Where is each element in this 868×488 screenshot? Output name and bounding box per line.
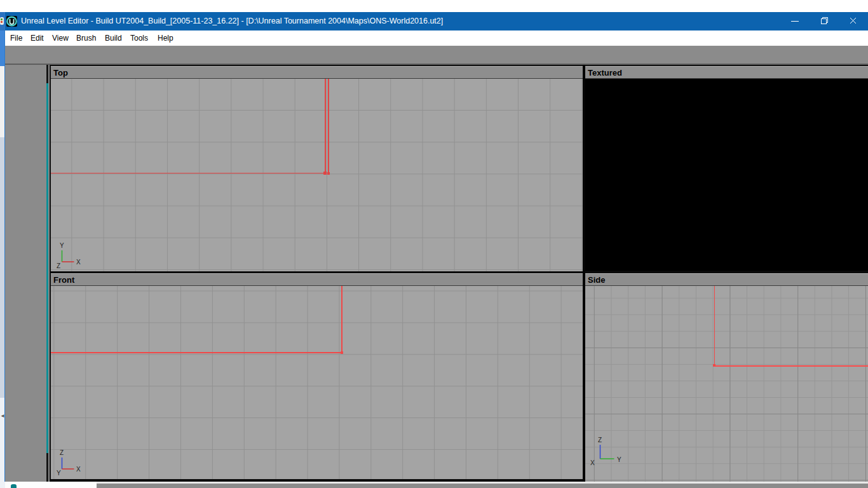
svg-text:Y: Y [57, 470, 61, 477]
svg-text:Y: Y [617, 456, 621, 463]
svg-text:Z: Z [57, 262, 60, 269]
svg-text:X: X [76, 259, 81, 266]
svg-text:Z: Z [598, 437, 602, 444]
svg-text:X: X [76, 466, 81, 473]
svg-text:Z: Z [60, 449, 64, 456]
svg-text:X: X [590, 459, 595, 466]
svg-text:Y: Y [60, 242, 64, 249]
